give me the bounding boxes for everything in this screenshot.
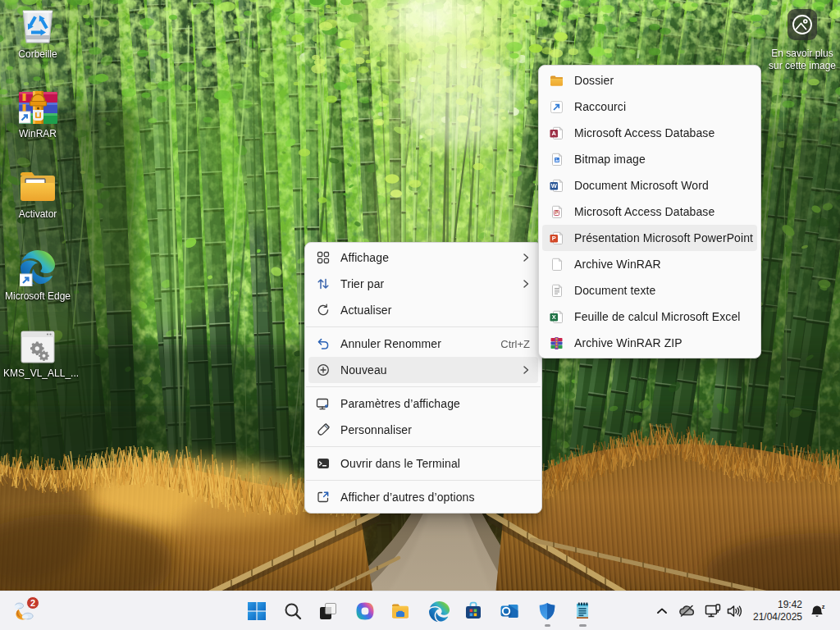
svg-text:A: A bbox=[552, 130, 557, 137]
svg-text:W: W bbox=[551, 182, 558, 189]
svg-text:X: X bbox=[552, 313, 556, 321]
svg-text:P: P bbox=[555, 210, 559, 215]
svg-text:z: z bbox=[822, 603, 825, 610]
svg-text:P: P bbox=[552, 235, 556, 242]
